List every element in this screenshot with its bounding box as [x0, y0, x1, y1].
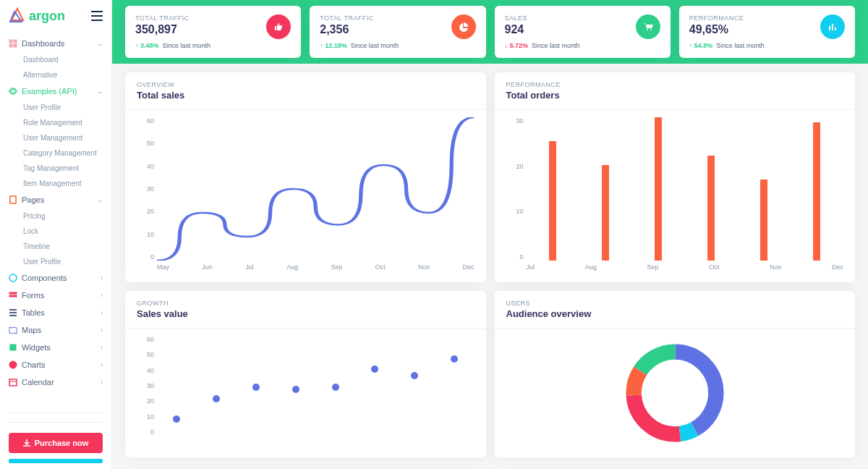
nav-subitem[interactable]: Alternative: [0, 67, 111, 83]
nav-subitem[interactable]: Item Management: [0, 176, 111, 191]
y-tick: 10: [506, 208, 524, 215]
stat-card: SALES924↓ 5.72% Since last month: [495, 6, 671, 58]
nav-item-maps[interactable]: Maps›: [0, 321, 111, 339]
y-tick: 40: [137, 367, 154, 374]
nav-item-widgets[interactable]: Widgets›: [0, 339, 111, 356]
nav-item-calendar[interactable]: Calendar›: [0, 373, 111, 391]
chevron-right-icon: ›: [101, 379, 103, 386]
stats-header: TOTAL TRAFFIC350,897↑ 3.48% Since last m…: [112, 0, 868, 64]
svg-rect-12: [9, 379, 17, 386]
x-tick: Nov: [770, 263, 781, 276]
y-tick: 10: [137, 231, 154, 238]
stat-pct: ↑ 54.8%: [689, 42, 713, 49]
nav-subitem[interactable]: Timeline: [0, 239, 111, 254]
maps-icon: [9, 326, 17, 334]
x-tick: Nov: [418, 263, 430, 276]
nav-subitem[interactable]: Lock: [0, 224, 111, 239]
card-header: PERFORMANCE Total orders: [495, 72, 856, 110]
svg-rect-15: [835, 28, 836, 30]
brand-text: argon: [29, 9, 65, 24]
nav-label: Examples (API): [22, 87, 93, 96]
purchase-button[interactable]: Purchase now: [9, 433, 103, 453]
nav-subitem[interactable]: Pricing: [0, 208, 111, 224]
bar-chart: 3020100 JulAugSepOctNovDec: [495, 110, 856, 282]
charts-icon: [9, 360, 17, 369]
pages-icon: [9, 195, 17, 204]
svg-rect-3: [14, 44, 17, 47]
stat-title: SALES: [505, 14, 580, 22]
nav-subitem[interactable]: Tag Management: [0, 161, 111, 176]
audience-overview-card: USERS Audience overview: [495, 291, 856, 457]
forms-icon: [9, 291, 17, 300]
nav-subitem[interactable]: User Profile: [0, 254, 111, 269]
nav-label: Tables: [22, 308, 96, 317]
donut-slice: [634, 352, 716, 434]
stat-value: 924: [505, 23, 580, 36]
nav-item-dashboards[interactable]: Dashboards⌄: [0, 35, 111, 52]
nav-item-examples-api-[interactable]: Examples (API)⌄: [0, 83, 111, 100]
chevron-right-icon: ›: [101, 361, 103, 368]
stat-title: TOTAL TRAFFIC: [320, 14, 399, 22]
y-tick: 30: [137, 382, 154, 389]
card-header: GROWTH Sales value: [125, 291, 486, 329]
scatter-dot: [213, 395, 220, 402]
y-tick: 60: [137, 117, 154, 124]
y-tick: 30: [137, 185, 154, 193]
y-tick: 0: [137, 253, 154, 261]
chevron-down-icon: ⌄: [97, 40, 103, 47]
x-tick: Aug: [286, 263, 298, 276]
svg-point-11: [9, 361, 17, 368]
menu-toggle-icon[interactable]: [91, 11, 103, 21]
chevron-right-icon: ›: [101, 344, 103, 351]
stat-pct: ↑ 3.48%: [135, 42, 159, 49]
argon-icon: [9, 7, 26, 25]
chevron-right-icon: ›: [101, 309, 103, 316]
bar: [760, 179, 767, 261]
stat-footer: ↑ 54.8% Since last month: [689, 42, 765, 49]
stat-footer: ↑ 3.48% Since last month: [135, 42, 210, 49]
brand-logo[interactable]: argon: [9, 7, 65, 25]
nav-label: Components: [22, 274, 96, 282]
card-subtitle: PERFORMANCE: [506, 81, 844, 88]
nav-item-forms[interactable]: Forms›: [0, 287, 111, 304]
nav-item-components[interactable]: Components›: [0, 269, 111, 287]
sidebar: argon Dashboards⌄DashboardAlternativeExa…: [0, 0, 112, 469]
svg-rect-13: [829, 26, 830, 30]
nav-divider: [9, 422, 103, 423]
nav-subitem[interactable]: Dashboard: [0, 52, 111, 67]
nav-subitem[interactable]: Role Management: [0, 115, 111, 130]
x-tick: Sep: [331, 263, 342, 276]
chevron-down-icon: ⌄: [97, 88, 103, 95]
nav-label: Widgets: [22, 343, 96, 352]
y-tick: 50: [137, 351, 154, 358]
scatter-chart: 6050403020100: [125, 329, 486, 457]
stat-footer: ↓ 5.72% Since last month: [505, 42, 580, 49]
sales-value-card: GROWTH Sales value 6050403020100: [125, 291, 486, 457]
total-sales-card: OVERVIEW Total sales 6050403020100 MayJu…: [125, 72, 486, 282]
nav: Dashboards⌄DashboardAlternativeExamples …: [0, 32, 111, 408]
card-header: USERS Audience overview: [495, 291, 856, 329]
y-tick: 20: [137, 397, 154, 405]
purchase-label: Purchase now: [35, 439, 89, 447]
nav-item-tables[interactable]: Tables›: [0, 304, 111, 321]
nav-item-charts[interactable]: Charts›: [0, 356, 111, 373]
calendar-icon: [9, 378, 17, 386]
svg-point-4: [10, 88, 16, 94]
thumb-icon: [266, 14, 291, 39]
nav-subitem[interactable]: User Profile: [0, 100, 111, 115]
nav-label: Forms: [22, 291, 96, 300]
x-tick: Dec: [832, 263, 843, 276]
content-grid: OVERVIEW Total sales 6050403020100 MayJu…: [112, 64, 868, 469]
chevron-right-icon: ›: [101, 326, 103, 334]
svg-rect-2: [9, 44, 12, 47]
card-title: Total sales: [137, 90, 475, 101]
nav-subitem[interactable]: User Management: [0, 130, 111, 145]
nav-subitem[interactable]: Category Management: [0, 145, 111, 161]
nav-item-pages[interactable]: Pages⌄: [0, 191, 111, 208]
card-subtitle: GROWTH: [137, 300, 475, 307]
svg-rect-1: [14, 40, 17, 43]
card-title: Total orders: [506, 90, 844, 101]
components-icon: [9, 274, 17, 282]
widgets-icon: [9, 343, 17, 352]
y-tick: 50: [137, 140, 154, 147]
